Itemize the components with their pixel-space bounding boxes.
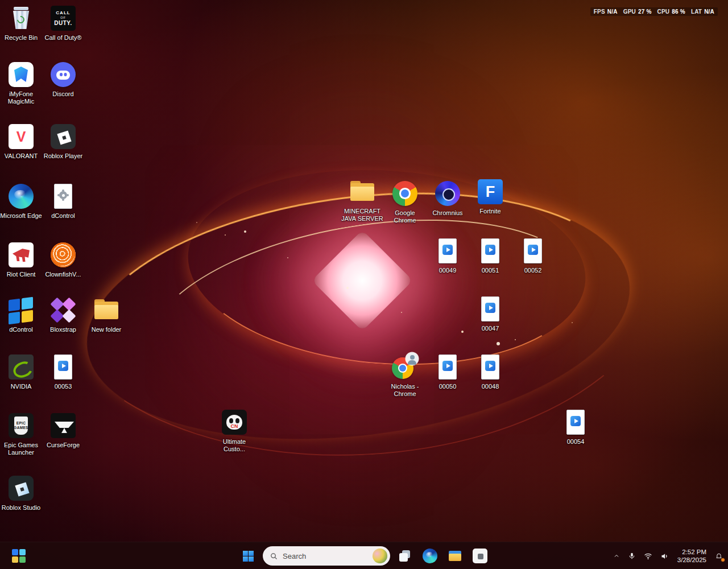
desktop-icon-00051[interactable]: 00051 xyxy=(469,237,512,274)
desktop-icon-label: iMyFone MagicMic xyxy=(0,90,43,105)
search-placeholder: Search xyxy=(283,552,368,560)
speaker-icon xyxy=(660,552,669,560)
desktop-icon-00049[interactable]: 00049 xyxy=(426,237,469,274)
desktop-icon-label: 00051 xyxy=(469,267,512,274)
pinned-app-taskbar-button[interactable] xyxy=(469,545,491,567)
discord-icon xyxy=(49,61,77,88)
taskbar-search[interactable]: Search xyxy=(263,546,390,566)
app-grid-icon xyxy=(12,549,26,563)
desktop-icon-label: New folder xyxy=(85,326,128,333)
desktop-icon-label: Microsoft Edge xyxy=(0,212,43,220)
roblox-icon xyxy=(49,123,77,150)
volume-tray-button[interactable] xyxy=(656,545,673,567)
media-file-icon xyxy=(477,237,504,265)
media-file-icon xyxy=(477,295,504,323)
edge-taskbar-button[interactable] xyxy=(419,545,441,567)
microphone-tray-button[interactable] xyxy=(624,545,640,567)
desktop-icon-label: 00048 xyxy=(469,383,512,390)
imyfone-icon xyxy=(7,61,35,88)
desktop-icon-dcontrol[interactable]: dControl xyxy=(42,183,85,220)
desktop-icon-new-folder[interactable]: New folder xyxy=(85,296,128,333)
desktop-icon-label: Recycle Bin xyxy=(0,34,43,42)
chevron-up-icon xyxy=(613,552,620,559)
pinned-app-icon xyxy=(472,548,488,564)
clock-date: 3/28/2025 xyxy=(677,556,706,564)
desktop-icon-bloxstrap[interactable]: Bloxstrap xyxy=(42,296,85,333)
desktop-icon-label: Call of Duty® xyxy=(42,34,85,42)
desktop-icon-label: Roblox Player xyxy=(42,152,85,160)
media-file-icon xyxy=(519,237,547,265)
fortnite-icon: F xyxy=(477,178,504,205)
desktop-icon-label: Discord xyxy=(42,90,85,98)
desktop-icon-label: 00050 xyxy=(426,383,469,390)
chrome-icon xyxy=(391,180,419,207)
desktop-icon-nvidia[interactable]: NVIDIA xyxy=(0,353,43,390)
media-file-icon xyxy=(434,353,461,381)
desktop-icon-00053[interactable]: 00053 xyxy=(42,353,85,390)
desktop-icon-label: 00047 xyxy=(469,325,512,332)
clownfish-icon xyxy=(49,241,77,269)
recycle-bin-icon xyxy=(7,5,35,32)
desktop-icon-ultimate-custo[interactable]: CNUltimate Custo... xyxy=(213,409,256,453)
search-highlight-image[interactable] xyxy=(373,549,387,563)
desktop-icon-roblox-studio[interactable]: Roblox Studio xyxy=(0,475,43,512)
chrome-profile-icon xyxy=(391,353,419,381)
desktop-icon-label: VALORANT xyxy=(0,152,43,160)
desktop-icon-microsoft-edge[interactable]: Microsoft Edge xyxy=(0,183,43,220)
desktop-icon-dcontrol[interactable]: dControl xyxy=(0,296,43,333)
riot-icon xyxy=(7,241,35,269)
desktop-icon-chromnius[interactable]: Chromnius xyxy=(426,180,469,217)
desktop-icon-label: CurseForge xyxy=(42,442,85,449)
desktop-icon-roblox-player[interactable]: Roblox Player xyxy=(42,123,85,160)
chromnius-icon xyxy=(434,180,461,207)
desktop-icon-fortnite[interactable]: FFortnite xyxy=(469,178,512,215)
taskbar: Search 2:52 PM 3/28/2025 xyxy=(0,542,728,569)
desktop-icon-label: Nicholas - Chrome xyxy=(383,383,427,398)
notification-badge xyxy=(721,558,725,562)
desktop-icon-nicholas-chrome[interactable]: Nicholas - Chrome xyxy=(383,353,427,398)
wallpaper-sparkles xyxy=(0,0,1,1)
taskbar-corner-app-button[interactable] xyxy=(8,546,30,566)
desktop-icon-label: Google Chrome xyxy=(383,209,427,224)
epic-icon: EPICGAMES xyxy=(7,412,35,439)
start-button[interactable] xyxy=(237,545,259,567)
media-file-icon xyxy=(477,353,504,381)
desktop-icon-00048[interactable]: 00048 xyxy=(469,353,512,390)
desktop-icon-valorant[interactable]: VVALORANT xyxy=(0,123,43,160)
taskbar-center: Search xyxy=(237,545,491,567)
desktop-icon-imyfone-magicmic[interactable]: iMyFone MagicMic xyxy=(0,61,43,105)
desktop-icon-minecraft-java-server[interactable]: MINECRAFT JAVA SERVER xyxy=(341,178,384,222)
performance-overlay: FPSN/AGPU27 %CPU86 %LATN/A xyxy=(590,7,718,16)
desktop-icon-label: Riot Client xyxy=(0,271,43,278)
perf-metric-gpu: GPU27 % xyxy=(623,9,652,15)
desktop-icon-label: dControl xyxy=(42,212,85,220)
file-explorer-taskbar-button[interactable] xyxy=(444,545,466,567)
desktop-icon-label: dControl xyxy=(0,326,43,333)
desktop-icon-00052[interactable]: 00052 xyxy=(511,237,555,274)
desktop-icon-00054[interactable]: 00054 xyxy=(554,409,597,446)
taskbar-clock[interactable]: 2:52 PM 3/28/2025 xyxy=(673,545,711,567)
wifi-tray-button[interactable] xyxy=(640,545,656,567)
desktop-icon-recycle-bin[interactable]: Recycle Bin xyxy=(0,5,43,42)
media-file-icon xyxy=(434,237,461,265)
roblox-studio-icon xyxy=(7,475,35,502)
cod-icon: CALLOFDUTY. xyxy=(49,5,77,32)
desktop-icon-google-chrome[interactable]: Google Chrome xyxy=(383,180,427,224)
system-tray: 2:52 PM 3/28/2025 xyxy=(609,542,727,569)
task-view-taskbar-button[interactable] xyxy=(394,545,416,567)
desktop-icon-00050[interactable]: 00050 xyxy=(426,353,469,390)
desktop-icon-call-of-duty[interactable]: CALLOFDUTY.Call of Duty® xyxy=(42,5,85,42)
desktop-icon-clownfishv[interactable]: ClownfishV... xyxy=(42,241,85,278)
tray-chevron-button[interactable] xyxy=(609,545,624,567)
desktop-icon-riot-client[interactable]: Riot Client xyxy=(0,241,43,278)
desktop-screen: FPSN/AGPU27 %CPU86 %LATN/A Recycle BinCA… xyxy=(0,0,728,569)
media-file-icon xyxy=(562,409,589,436)
desktop-icon-curseforge[interactable]: CurseForge xyxy=(42,412,85,449)
notification-button[interactable] xyxy=(711,545,727,567)
microphone-icon xyxy=(628,552,636,560)
desktop-icon-discord[interactable]: Discord xyxy=(42,61,85,98)
perf-metric-cpu: CPU86 % xyxy=(657,9,685,15)
desktop-icon-00047[interactable]: 00047 xyxy=(469,295,512,332)
desktop-icon-label: Chromnius xyxy=(426,209,469,217)
desktop-icon-epic-games-launcher[interactable]: EPICGAMESEpic Games Launcher xyxy=(0,412,43,456)
